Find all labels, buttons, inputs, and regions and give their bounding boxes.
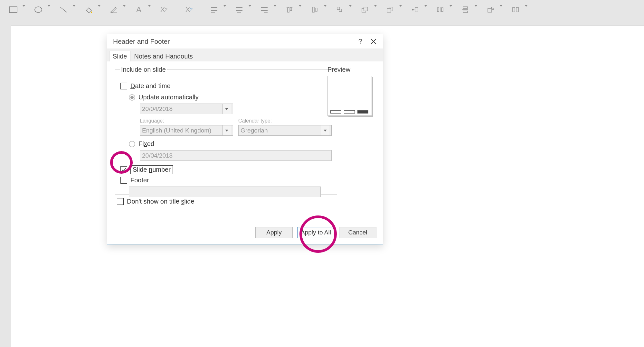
date-format-combo[interactable]: 20/04/2018 xyxy=(140,104,233,114)
svg-point-3 xyxy=(91,11,92,13)
align-left-button[interactable] xyxy=(202,0,227,19)
dialog-title: Header and Footer xyxy=(113,38,358,45)
group-legend: Include on slide xyxy=(120,66,167,73)
distribute-v-button[interactable] xyxy=(453,0,478,19)
calendar-combo[interactable]: Gregorian xyxy=(238,125,332,136)
svg-rect-20 xyxy=(312,7,314,12)
font-color-icon: A xyxy=(136,5,141,14)
svg-rect-19 xyxy=(290,8,292,11)
svg-line-2 xyxy=(60,7,67,12)
svg-rect-29 xyxy=(437,8,439,12)
date-time-checkbox[interactable] xyxy=(120,83,127,89)
shape-oval-button[interactable] xyxy=(26,0,51,19)
chevron-down-icon xyxy=(223,7,226,13)
help-button[interactable]: ? xyxy=(358,37,362,46)
chevron-down-icon xyxy=(249,7,251,13)
language-combo[interactable]: English (United Kingdom) xyxy=(140,125,233,136)
svg-rect-33 xyxy=(463,11,468,13)
svg-rect-4 xyxy=(110,13,117,13)
close-button[interactable] xyxy=(370,38,377,45)
update-auto-label: Update automatically xyxy=(138,94,199,101)
chevron-down-icon xyxy=(274,7,276,13)
distribute-vertical-icon xyxy=(461,6,469,13)
align-center-icon xyxy=(235,6,243,13)
dialog-body: Include on slide Date and time Update au… xyxy=(107,61,383,244)
align-middle-icon xyxy=(311,6,318,13)
equal-width-icon xyxy=(512,6,519,13)
update-auto-radio[interactable] xyxy=(129,94,135,101)
paint-bucket-icon xyxy=(84,6,93,14)
footer-input[interactable] xyxy=(129,187,321,197)
subscript-button[interactable]: X2 xyxy=(151,0,176,19)
superscript-button[interactable]: X2 xyxy=(176,0,202,19)
cancel-button[interactable]: Cancel xyxy=(339,227,376,238)
fill-color-button[interactable] xyxy=(76,0,101,19)
shape-rectangle-button[interactable] xyxy=(1,0,26,19)
rectangle-icon xyxy=(9,6,17,13)
dialog-tabstrip: Slide Notes and Handouts xyxy=(107,49,383,61)
rtl-button[interactable] xyxy=(402,0,428,19)
slide-number-checkbox[interactable] xyxy=(120,166,127,173)
preview-thumbnail xyxy=(327,76,372,116)
align-top-icon xyxy=(286,6,293,13)
ribbon-toolbar: A X2 X2 xyxy=(0,0,644,19)
svg-rect-22 xyxy=(337,7,340,10)
font-color-button[interactable]: A xyxy=(126,0,151,19)
preview-label: Preview xyxy=(327,66,376,73)
distribute-horizontal-icon xyxy=(436,6,444,13)
footer-label: Footer xyxy=(130,177,149,184)
chevron-down-icon xyxy=(222,125,231,135)
right-to-left-icon xyxy=(411,6,419,13)
align-top-button[interactable] xyxy=(277,0,302,19)
subscript-icon: X2 xyxy=(160,5,167,14)
language-value: English (United Kingdom) xyxy=(142,127,211,134)
apply-to-all-button[interactable]: Apply to All xyxy=(297,227,335,238)
distribute-h-button[interactable] xyxy=(428,0,453,19)
superscript-icon: X2 xyxy=(185,5,193,14)
language-label: Language: xyxy=(140,118,233,124)
align-bottom-icon xyxy=(336,6,344,13)
tab-notes-handouts[interactable]: Notes and Handouts xyxy=(130,51,196,61)
chevron-down-icon xyxy=(48,7,50,13)
chevron-down-icon xyxy=(123,7,126,13)
fixed-date-input[interactable]: 20/04/2018 xyxy=(140,150,332,161)
svg-rect-21 xyxy=(315,8,317,11)
align-middle-button[interactable] xyxy=(302,0,327,19)
pen-icon xyxy=(109,6,118,14)
shape-line-button[interactable] xyxy=(51,0,76,19)
rotate-button[interactable] xyxy=(478,0,503,19)
align-left-icon xyxy=(210,6,218,13)
dont-show-title-checkbox[interactable] xyxy=(117,198,124,205)
align-bottom-button[interactable] xyxy=(327,0,352,19)
date-format-value: 20/04/2018 xyxy=(142,105,173,113)
chevron-down-icon xyxy=(148,7,151,13)
svg-rect-18 xyxy=(288,8,289,12)
apply-button[interactable]: Apply xyxy=(255,227,293,238)
line-icon xyxy=(59,6,68,13)
header-footer-dialog: Header and Footer ? Slide Notes and Hand… xyxy=(107,34,383,244)
outline-color-button[interactable] xyxy=(101,0,126,19)
dialog-button-row: Apply Apply to All Cancel xyxy=(107,221,383,244)
align-right-icon xyxy=(260,6,268,13)
dont-show-title-label: Don't show on title slide xyxy=(127,198,194,205)
send-backward-button[interactable] xyxy=(377,0,402,19)
fixed-date-value: 20/04/2018 xyxy=(142,152,173,159)
svg-rect-28 xyxy=(415,7,418,12)
svg-rect-37 xyxy=(516,7,518,12)
calendar-label: Calendar type: xyxy=(238,118,332,124)
chevron-down-icon xyxy=(222,104,231,114)
chevron-down-icon xyxy=(23,7,25,13)
oval-icon xyxy=(34,6,43,13)
align-center-button[interactable] xyxy=(227,0,252,19)
bring-forward-button[interactable] xyxy=(352,0,377,19)
footer-checkbox[interactable] xyxy=(120,177,127,184)
svg-rect-23 xyxy=(339,9,342,12)
fixed-label: Fixed xyxy=(138,140,154,148)
slide-number-label-box: Slide number xyxy=(130,165,173,174)
fixed-radio[interactable] xyxy=(129,141,135,147)
svg-rect-32 xyxy=(463,7,468,8)
align-right-button[interactable] xyxy=(252,0,277,19)
equal-width-button[interactable] xyxy=(503,0,528,19)
svg-rect-36 xyxy=(513,7,515,12)
tab-slide[interactable]: Slide xyxy=(109,51,130,61)
